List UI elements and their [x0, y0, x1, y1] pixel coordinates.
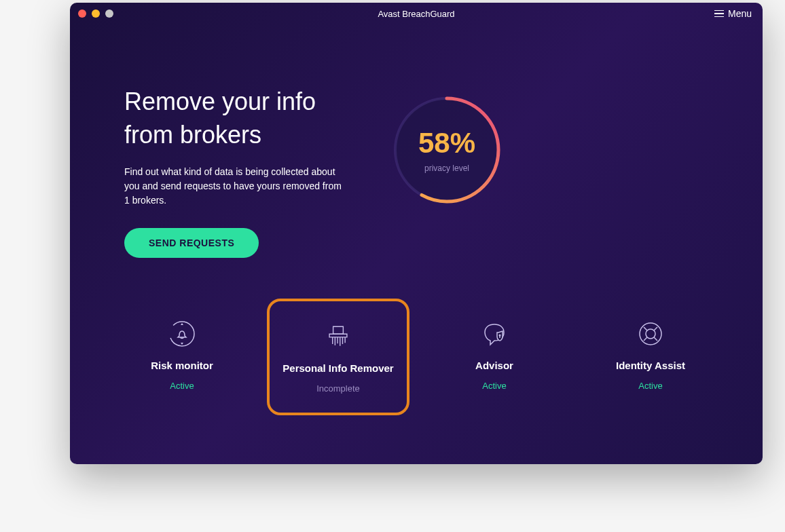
page-description: Find out what kind of data is being coll… — [124, 165, 342, 208]
feature-title: Risk monitor — [151, 360, 213, 371]
svg-point-10 — [499, 335, 500, 336]
svg-point-12 — [640, 323, 661, 345]
features-row: Risk monitor Active Personal Info Remove… — [70, 258, 763, 415]
svg-line-17 — [654, 337, 657, 341]
shredder-icon — [322, 320, 354, 353]
menu-label: Menu — [728, 8, 752, 19]
feature-personal-info-remover[interactable]: Personal Info Remover Incomplete — [267, 299, 409, 415]
feature-status: Active — [170, 381, 194, 391]
svg-line-15 — [654, 327, 657, 330]
feature-status: Active — [638, 381, 662, 391]
privacy-gauge: 58% privacy level — [389, 92, 505, 208]
send-requests-button[interactable]: SEND REQUESTS — [124, 228, 259, 258]
feature-title: Advisor — [475, 360, 513, 371]
feature-identity-assist[interactable]: Identity Assist Active — [579, 299, 722, 415]
svg-line-14 — [644, 327, 647, 330]
gauge-value: 58% — [418, 127, 475, 159]
feature-status: Active — [482, 381, 506, 391]
app-window: Avast BreachGuard Menu Remove your info … — [70, 3, 763, 464]
svg-point-3 — [170, 322, 194, 346]
gauge-label: privacy level — [424, 164, 469, 173]
maximize-window-button[interactable] — [105, 10, 113, 18]
hero-section: Remove your info from brokers Find out w… — [124, 86, 369, 258]
feature-title: Personal Info Remover — [282, 362, 393, 374]
lifebuoy-icon — [634, 318, 667, 350]
svg-point-13 — [646, 329, 655, 339]
svg-line-16 — [644, 337, 647, 341]
titlebar: Avast BreachGuard Menu — [70, 3, 763, 24]
feature-status: Incomplete — [316, 383, 360, 394]
feature-risk-monitor[interactable]: Risk monitor Active — [111, 299, 253, 415]
close-window-button[interactable] — [78, 10, 86, 18]
minimize-window-button[interactable] — [92, 10, 100, 18]
window-title: Avast BreachGuard — [378, 9, 454, 19]
refresh-bell-icon — [166, 318, 198, 350]
traffic-lights — [78, 10, 113, 18]
page-title: Remove your info from brokers — [124, 86, 369, 151]
menu-button[interactable]: Menu — [714, 8, 752, 19]
chat-shield-icon — [478, 318, 511, 350]
hamburger-icon — [714, 10, 724, 18]
feature-title: Identity Assist — [616, 360, 685, 371]
gauge-center: 58% privacy level — [389, 92, 505, 208]
feature-advisor[interactable]: Advisor Active — [423, 299, 566, 415]
main-content: Remove your info from brokers Find out w… — [70, 24, 763, 258]
